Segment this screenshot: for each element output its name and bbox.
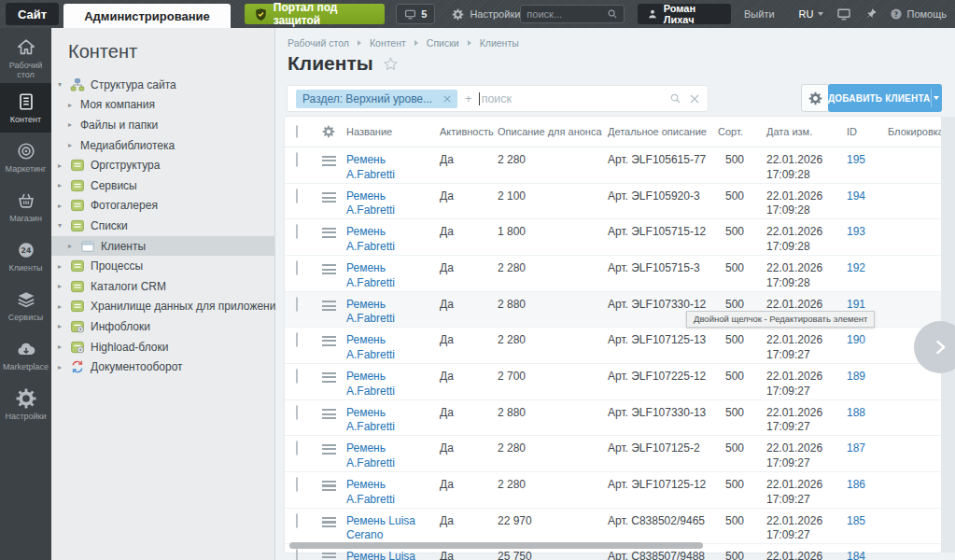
sidebar-item[interactable]: Контент — [0, 83, 51, 133]
column-header-active[interactable]: Активность — [440, 126, 498, 137]
topbar-settings[interactable]: Настройки — [452, 8, 520, 21]
row-id-link[interactable]: 189 — [847, 370, 888, 399]
filter-search-icon[interactable] — [669, 92, 681, 105]
row-menu-icon[interactable] — [322, 517, 336, 527]
row-checkbox[interactable] — [296, 549, 298, 560]
row-checkbox[interactable] — [296, 260, 298, 275]
tree-item[interactable]: ▾ Списки — [51, 216, 274, 236]
column-header-id[interactable]: ID — [847, 126, 888, 137]
tab-administration[interactable]: Администрирование — [63, 4, 231, 28]
sidebar-item[interactable]: Marketplace — [0, 330, 51, 380]
sidebar-item[interactable]: Сервисы — [0, 281, 51, 330]
row-id-link[interactable]: 185 — [847, 514, 888, 544]
row-menu-icon[interactable] — [322, 264, 336, 274]
tree-item[interactable]: ▸ Клиенты — [51, 236, 274, 257]
row-menu-icon[interactable] — [322, 372, 336, 383]
tree-expand-arrow-icon[interactable]: ▸ — [58, 343, 70, 351]
row-id-link[interactable]: 184 — [847, 550, 888, 560]
row-name-link[interactable]: Ремень A.Fabretti — [346, 261, 440, 291]
row-id-link[interactable]: 195 — [847, 153, 888, 183]
tree-item[interactable]: ▸ Сервисы — [51, 175, 274, 196]
tree-expand-arrow-icon[interactable]: ▸ — [68, 141, 80, 149]
language-selector[interactable]: RU — [799, 8, 823, 20]
tab-site[interactable]: Сайт — [6, 3, 59, 25]
horizontal-scrollbar-thumb[interactable] — [289, 542, 703, 549]
row-menu-icon[interactable] — [322, 228, 336, 238]
row-name-link[interactable]: Ремень A.Fabretti — [346, 153, 440, 183]
row-name-link[interactable]: Ремень A.Fabretti — [346, 298, 440, 328]
tree-expand-arrow-icon[interactable]: ▾ — [58, 221, 70, 230]
row-checkbox[interactable] — [296, 513, 298, 528]
notifications-badge[interactable]: 5 — [396, 4, 435, 24]
sidebar-item[interactable]: Магазин — [0, 182, 51, 231]
pin-icon[interactable] — [864, 7, 878, 21]
sidebar-item[interactable]: Настройки — [0, 380, 51, 429]
tree-item[interactable]: ▸ Медиабиблиотека — [51, 135, 274, 156]
filter-chip[interactable]: Раздел: Верхний урове... — [296, 90, 457, 108]
breadcrumb-item[interactable]: Клиенты — [480, 37, 519, 49]
tree-item[interactable]: ▸ Инфоблоки — [51, 316, 274, 337]
column-header-lock[interactable]: Блокировка — [888, 126, 944, 137]
row-name-link[interactable]: Ремень A.Fabretti — [346, 441, 440, 471]
tree-expand-arrow-icon[interactable]: ▸ — [58, 262, 70, 271]
row-id-link[interactable]: 186 — [847, 478, 888, 508]
tree-item[interactable]: ▸ Highload-блоки — [51, 337, 274, 357]
row-name-link[interactable]: Ремень A.Fabretti — [346, 478, 440, 508]
row-checkbox[interactable] — [296, 332, 298, 347]
tree-item[interactable]: ▸ Хранилище данных для приложений — [51, 297, 274, 317]
columns-gear-icon[interactable] — [322, 125, 335, 138]
column-header-detail[interactable]: Детальное описание — [608, 126, 718, 137]
select-all-checkbox[interactable] — [296, 125, 298, 138]
add-client-split-button[interactable]: ДОБАВИТЬ КЛИЕНТА — [828, 84, 942, 112]
column-header-date[interactable]: Дата изм. — [766, 126, 847, 137]
sidebar-item[interactable]: Маркетинг — [0, 133, 51, 182]
breadcrumb-item[interactable]: Рабочий стол — [288, 37, 370, 49]
tree-expand-arrow-icon[interactable]: ▸ — [58, 282, 70, 290]
tree-expand-arrow-icon[interactable]: ▸ — [68, 242, 80, 250]
desktop-icon[interactable] — [836, 7, 851, 21]
row-checkbox[interactable] — [296, 405, 298, 420]
tree-item[interactable]: ▸ Процессы — [51, 256, 274, 276]
tree-expand-arrow-icon[interactable]: ▸ — [58, 161, 70, 170]
row-checkbox[interactable] — [296, 477, 298, 492]
column-header-sort[interactable]: Сорт. — [718, 126, 766, 137]
row-name-link[interactable]: Ремень A.Fabretti — [346, 370, 440, 399]
row-id-link[interactable]: 187 — [847, 441, 888, 471]
row-checkbox[interactable] — [296, 441, 298, 455]
row-id-link[interactable]: 188 — [847, 406, 888, 436]
row-checkbox[interactable] — [296, 224, 298, 239]
sidebar-item[interactable]: Рабочий стол — [0, 34, 51, 83]
row-menu-icon[interactable] — [322, 409, 336, 419]
filter-add-label[interactable]: + — [465, 91, 472, 105]
tree-expand-arrow-icon[interactable]: ▸ — [58, 302, 70, 311]
tree-expand-arrow-icon[interactable]: ▸ — [58, 181, 70, 189]
tree-item[interactable]: ▾ Структура сайта — [51, 75, 274, 95]
tree-item[interactable]: ▸ Документооборот — [51, 357, 274, 377]
row-menu-icon[interactable] — [322, 553, 336, 560]
tree-expand-arrow-icon[interactable]: ▸ — [58, 322, 70, 330]
row-id-link[interactable]: 190 — [847, 333, 888, 363]
row-name-link[interactable]: Ремень A.Fabretti — [346, 406, 440, 436]
row-checkbox[interactable] — [296, 189, 298, 203]
tree-item[interactable]: ▸ Фотогалерея — [51, 196, 274, 217]
chip-remove-icon[interactable] — [443, 95, 451, 103]
row-name-link[interactable]: Ремень A.Fabretti — [346, 333, 440, 363]
row-id-link[interactable]: 194 — [847, 189, 888, 219]
tree-expand-arrow-icon[interactable]: ▸ — [58, 202, 70, 210]
tree-item[interactable]: ▸ Каталоги CRM — [51, 276, 274, 297]
tree-expand-arrow-icon[interactable]: ▾ — [58, 80, 70, 89]
user-menu-button[interactable]: Роман Лихач — [638, 4, 731, 24]
row-menu-icon[interactable] — [322, 336, 336, 346]
row-id-link[interactable]: 192 — [847, 261, 888, 291]
row-menu-icon[interactable] — [322, 192, 336, 203]
row-menu-icon[interactable] — [322, 481, 336, 491]
filter-search-bar[interactable]: Раздел: Верхний урове... + поиск — [287, 85, 709, 112]
tree-expand-arrow-icon[interactable]: ▸ — [68, 120, 80, 129]
favorite-star-icon[interactable] — [383, 56, 399, 72]
row-name-link[interactable]: Ремень A.Fabretti — [346, 189, 440, 219]
topbar-search-input[interactable]: поиск... — [520, 5, 624, 23]
row-menu-icon[interactable] — [322, 156, 336, 166]
column-header-anons[interactable]: Описание для анонса — [498, 126, 608, 137]
tree-item[interactable]: ▸ Оргструктура — [51, 155, 274, 175]
tree-expand-arrow-icon[interactable]: ▸ — [58, 363, 70, 371]
